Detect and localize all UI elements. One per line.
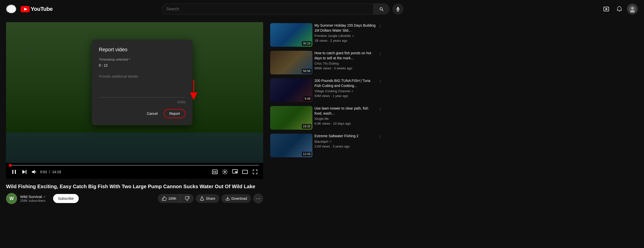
sidebar-video-title: My Summer Holiday 155 Days Building 1M D… <box>314 23 376 33</box>
video-controls: 0:01 / 14:19 <box>6 163 263 179</box>
channel-avatar[interactable]: W <box>6 193 17 204</box>
subscriber-count: 258K subscribers <box>20 199 46 203</box>
svg-rect-2 <box>9 11 14 11</box>
play-pause-button[interactable] <box>10 168 18 176</box>
voice-search-button[interactable] <box>392 4 404 15</box>
svg-rect-18 <box>26 170 26 174</box>
time-total: 14:19 <box>52 170 61 174</box>
svg-rect-1 <box>9 9 14 9</box>
thumbnail-container: 12:43 <box>270 134 312 157</box>
sidebar-video-info: My Summer Holiday 155 Days Building 1M D… <box>314 23 376 47</box>
sidebar-video-item[interactable]: 19:33 Use lawn mower to clear path, fish… <box>269 105 384 131</box>
settings-button[interactable] <box>221 168 229 176</box>
channel-details: Wild Survival ✓ 258K subscribers <box>20 194 46 203</box>
svg-rect-21 <box>213 172 214 173</box>
svg-point-11 <box>631 7 634 10</box>
video-player-container: Report video Timestamp selected * 0 : 12… <box>6 22 263 179</box>
svg-marker-17 <box>22 170 25 174</box>
svg-rect-15 <box>12 170 13 174</box>
svg-rect-16 <box>15 170 16 174</box>
sidebar-video-info: Extreme Saltwater Fishing 2 BlacktipH ✓ … <box>314 134 376 157</box>
youtube-logo[interactable]: YouTube <box>21 6 53 12</box>
report-dialog-overlay: Report video Timestamp selected * 0 : 12… <box>6 22 263 163</box>
account-button[interactable] <box>627 4 638 15</box>
time-separator: / <box>49 170 50 174</box>
red-arrow <box>187 80 200 100</box>
miniplayer-button[interactable] <box>231 168 239 176</box>
sidebar-more-button[interactable]: ⋮ <box>378 134 383 139</box>
sidebar-video-stats: 1B views · 2 years ago <box>314 39 376 42</box>
svg-text:W: W <box>10 196 14 201</box>
cancel-button[interactable]: Cancel <box>143 109 162 118</box>
sidebar-video-item[interactable]: 9:49 200 Pounds BIG TUNA FISH | Tuna Fis… <box>269 77 384 103</box>
like-button[interactable]: 169K <box>158 194 181 203</box>
sidebar-video-stats: 6.9K views · 10 days ago <box>314 122 376 125</box>
thumbnail-container: 30:19 <box>270 23 312 47</box>
search-form <box>162 4 389 15</box>
like-count: 169K <box>168 196 177 201</box>
sidebar-video-item[interactable]: 30:19 My Summer Holiday 155 Days Buildin… <box>269 22 384 48</box>
sidebar-video-stats: 11M views · 3 years ago <box>314 144 376 148</box>
sidebar-video-item[interactable]: 12:43 Extreme Saltwater Fishing 2 Blackt… <box>269 133 384 158</box>
header: YouTube <box>0 0 644 18</box>
thumbnail-container: 9:49 <box>270 78 312 102</box>
sidebar-more-button[interactable]: ⋮ <box>378 106 383 112</box>
search-container <box>162 4 404 15</box>
action-buttons: 169K <box>158 193 263 204</box>
verified-badge: ✓ <box>43 195 46 199</box>
search-button[interactable] <box>373 4 389 15</box>
report-timestamp-label: Timestamp selected * <box>99 58 185 61</box>
more-options-button[interactable]: ⋯ <box>253 193 263 204</box>
report-details-textarea[interactable] <box>99 72 185 97</box>
svg-rect-26 <box>235 171 237 173</box>
sidebar-video-item[interactable]: 58:58 How to catch giant fish ponds on h… <box>269 50 384 75</box>
sidebar-channel-name: Village Cooking Channel ✓ <box>314 89 376 93</box>
char-count: 0/500 <box>99 100 185 104</box>
sidebar-more-button[interactable]: ⋮ <box>378 23 383 29</box>
logo-text: YouTube <box>31 6 53 12</box>
theater-mode-button[interactable] <box>241 168 249 176</box>
download-button[interactable]: Download <box>221 194 251 203</box>
duration-badge: 19:33 <box>302 124 311 129</box>
sidebar-video-title: Extreme Saltwater Fishing 2 <box>314 134 376 139</box>
duration-badge: 30:19 <box>302 41 311 46</box>
report-dialog-title: Report video <box>99 47 185 53</box>
svg-marker-14 <box>190 92 197 100</box>
video-info: Wild Fishing Exciting, Easy Catch Big Fi… <box>6 179 263 207</box>
sidebar-video-info: Use lawn mower to clear path, fish food,… <box>314 106 376 130</box>
sidebar-video-title: 200 Pounds BIG TUNA FISH | Tuna Fish Cut… <box>314 78 376 88</box>
thumbnail-container: 58:58 <box>270 51 312 74</box>
sidebar-channel-name: Single life <box>314 117 376 121</box>
sidebar-more-button[interactable]: ⋮ <box>378 78 383 84</box>
sidebar-video-info: How to catch giant fish ponds on hot day… <box>314 51 376 74</box>
progress-bar[interactable] <box>10 165 259 166</box>
create-button[interactable] <box>601 4 612 15</box>
share-button[interactable]: Share <box>196 194 219 203</box>
notifications-button[interactable] <box>614 4 625 15</box>
svg-rect-5 <box>397 7 399 10</box>
video-player[interactable]: Report video Timestamp selected * 0 : 12… <box>6 22 263 163</box>
search-input[interactable] <box>162 4 373 15</box>
hamburger-menu-button[interactable] <box>6 5 17 14</box>
video-title: Wild Fishing Exciting, Easy Catch Big Fi… <box>6 183 263 190</box>
time-display: 0:01 <box>40 170 47 174</box>
sidebar-video-stats: 63M views · 1 year ago <box>314 94 376 98</box>
report-dialog: Report video Timestamp selected * 0 : 12… <box>92 40 192 125</box>
like-dislike-group: 169K <box>158 194 194 203</box>
report-dialog-buttons: Cancel Report <box>99 109 185 118</box>
channel-name[interactable]: Wild Survival ✓ <box>20 194 46 199</box>
progress-dot <box>9 164 12 167</box>
subscribe-button[interactable]: Subscribe <box>53 194 79 203</box>
header-left: YouTube <box>6 5 61 14</box>
fullscreen-button[interactable] <box>251 168 259 176</box>
report-submit-button[interactable]: Report <box>164 109 185 118</box>
subtitles-button[interactable] <box>211 168 219 176</box>
video-meta-row: W Wild Survival ✓ 258K subscribers Subsc… <box>6 193 263 204</box>
duration-badge: 58:58 <box>302 69 311 73</box>
next-button[interactable] <box>20 168 28 176</box>
sidebar-channel-name: Chúc Thị Dương <box>314 62 376 65</box>
sidebar-more-button[interactable]: ⋮ <box>378 51 383 57</box>
download-label: Download <box>231 196 247 201</box>
volume-button[interactable] <box>30 168 38 176</box>
dislike-button[interactable] <box>180 194 194 203</box>
